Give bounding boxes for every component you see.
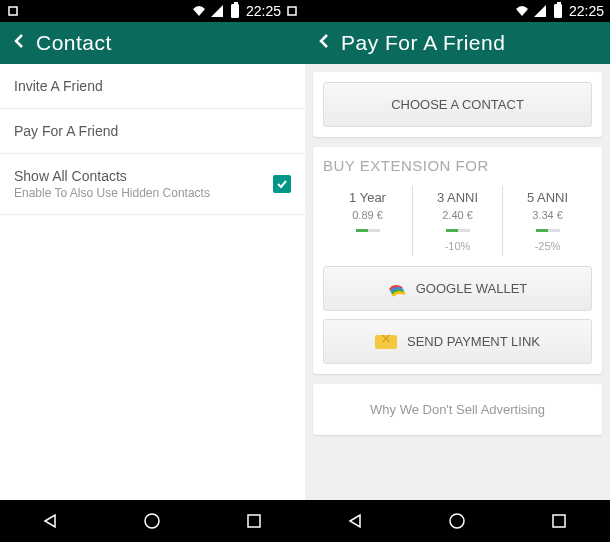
button-label: GOOGLE WALLET	[416, 281, 528, 296]
nav-recent-button[interactable]	[548, 510, 570, 532]
battery-icon	[228, 4, 242, 18]
option-price: 2.40 €	[442, 209, 473, 221]
nav-bar	[0, 500, 305, 542]
option-discount: -25%	[535, 240, 561, 252]
signal-icon	[210, 4, 224, 18]
mail-icon	[375, 335, 397, 349]
nav-back-button[interactable]	[345, 510, 367, 532]
option-bar	[446, 229, 470, 232]
status-time: 22:25	[569, 3, 604, 19]
battery-icon	[551, 4, 565, 18]
back-button[interactable]	[315, 32, 333, 55]
choose-contact-button[interactable]: CHOOSE A CONTACT	[323, 82, 592, 127]
option-5-anni[interactable]: 5 ANNI 3.34 € -25%	[503, 186, 592, 256]
item-label: Invite A Friend	[14, 78, 103, 94]
option-title: 3 ANNI	[437, 190, 478, 205]
content-area: CHOOSE A CONTACT BUY EXTENSION FOR 1 Yea…	[305, 64, 610, 500]
wifi-icon	[515, 4, 529, 18]
item-label: Show All Contacts	[14, 168, 210, 184]
option-bar	[536, 229, 560, 232]
item-sublabel: Enable To Also Use Hidden Contacts	[14, 186, 210, 200]
option-title: 1 Year	[349, 190, 386, 205]
nav-bar	[305, 500, 610, 542]
svg-rect-5	[553, 515, 565, 527]
screenshot-icon-2	[285, 4, 299, 18]
button-label: SEND PAYMENT LINK	[407, 334, 540, 349]
svg-rect-1	[288, 7, 296, 15]
screenshot-icon	[6, 4, 20, 18]
choose-contact-card: CHOOSE A CONTACT	[313, 72, 602, 137]
advertising-card: Why We Don't Sell Advertising	[313, 384, 602, 435]
option-title: 5 ANNI	[527, 190, 568, 205]
wifi-icon	[192, 4, 206, 18]
right-phone: 22:25 Pay For A Friend CHOOSE A CONTACT …	[305, 0, 610, 542]
status-bar: 22:25	[305, 0, 610, 22]
send-payment-link-button[interactable]: SEND PAYMENT LINK	[323, 319, 592, 364]
show-contacts-checkbox[interactable]	[273, 175, 291, 193]
signal-icon	[533, 4, 547, 18]
content-area: Invite A Friend Pay For A Friend Show Al…	[0, 64, 305, 500]
google-wallet-button[interactable]: GOOGLE WALLET	[323, 266, 592, 311]
section-title: BUY EXTENSION FOR	[323, 157, 592, 174]
show-all-contacts-item[interactable]: Show All Contacts Enable To Also Use Hid…	[0, 154, 305, 215]
header: Contact	[0, 22, 305, 64]
left-phone: 22:25 Contact Invite A Friend Pay For A …	[0, 0, 305, 542]
nav-back-button[interactable]	[40, 510, 62, 532]
option-bar	[356, 229, 380, 232]
wallet-icon	[388, 282, 406, 296]
svg-point-2	[145, 514, 159, 528]
svg-rect-3	[248, 515, 260, 527]
option-discount: -10%	[445, 240, 471, 252]
status-time: 22:25	[246, 3, 281, 19]
pay-for-friend-item[interactable]: Pay For A Friend	[0, 109, 305, 154]
header-title: Contact	[36, 31, 112, 55]
option-price: 0.89 €	[352, 209, 383, 221]
svg-rect-0	[9, 7, 17, 15]
svg-point-4	[450, 514, 464, 528]
header-title: Pay For A Friend	[341, 31, 505, 55]
nav-home-button[interactable]	[141, 510, 163, 532]
back-button[interactable]	[10, 32, 28, 55]
nav-home-button[interactable]	[446, 510, 468, 532]
nav-recent-button[interactable]	[243, 510, 265, 532]
options-row: 1 Year 0.89 € 3 ANNI 2.40 € -10% 5 ANNI …	[323, 186, 592, 256]
buy-extension-card: BUY EXTENSION FOR 1 Year 0.89 € 3 ANNI 2…	[313, 147, 602, 374]
invite-friend-item[interactable]: Invite A Friend	[0, 64, 305, 109]
option-1-year[interactable]: 1 Year 0.89 €	[323, 186, 413, 256]
status-bar: 22:25	[0, 0, 305, 22]
option-3-anni[interactable]: 3 ANNI 2.40 € -10%	[413, 186, 503, 256]
option-price: 3.34 €	[532, 209, 563, 221]
advertising-link[interactable]: Why We Don't Sell Advertising	[323, 394, 592, 425]
item-label: Pay For A Friend	[14, 123, 118, 139]
header: Pay For A Friend	[305, 22, 610, 64]
